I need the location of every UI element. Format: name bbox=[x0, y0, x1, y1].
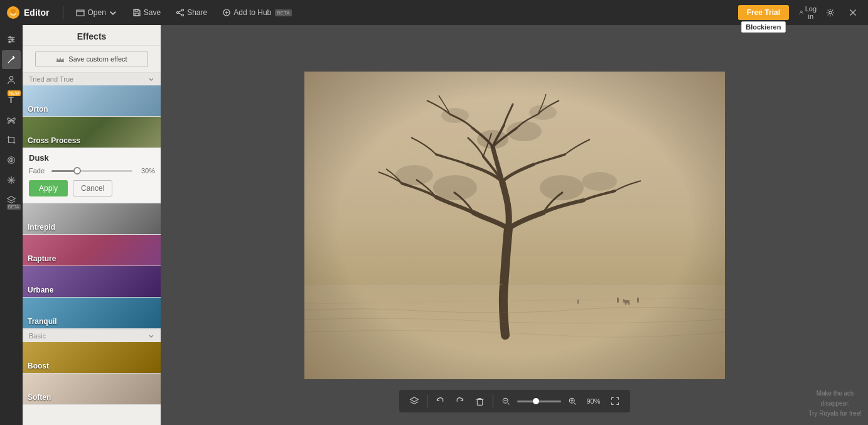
beta-badge: BETA bbox=[275, 9, 291, 16]
effect-item-intrepid[interactable]: Intrepid bbox=[23, 203, 161, 235]
zoom-in-icon bbox=[568, 397, 577, 406]
snow-icon-btn[interactable] bbox=[2, 171, 21, 190]
share-button[interactable]: Share bbox=[171, 6, 212, 19]
svg-rect-56 bbox=[304, 72, 725, 379]
icon-bar: T NEW BETA bbox=[0, 25, 23, 425]
beta-badge-icon: BETA bbox=[7, 204, 21, 210]
svg-line-23 bbox=[8, 58, 12, 63]
portrait-icon-btn[interactable] bbox=[2, 70, 21, 89]
fit-icon bbox=[611, 397, 619, 406]
orton-label: Orton bbox=[28, 105, 48, 114]
intrepid-label: Intrepid bbox=[28, 223, 55, 232]
crop-icon-btn[interactable] bbox=[2, 131, 21, 149]
svg-line-9 bbox=[179, 13, 182, 15]
svg-point-30 bbox=[11, 159, 11, 160]
effect-item-crossprocess[interactable]: Cross Process bbox=[23, 117, 161, 148]
dusk-expanded-section: Dusk Fade 30% Apply Cancel bbox=[23, 148, 161, 203]
text-icon-btn[interactable]: T NEW bbox=[2, 90, 21, 109]
delete-button[interactable] bbox=[471, 392, 489, 410]
cancel-button[interactable]: Cancel bbox=[73, 180, 112, 196]
app-logo: Editor bbox=[6, 6, 49, 19]
tranquil-label: Tranquil bbox=[28, 317, 57, 326]
svg-point-20 bbox=[9, 36, 11, 38]
portrait-icon bbox=[6, 75, 16, 85]
zoom-in-button[interactable] bbox=[564, 392, 581, 410]
logo-icon bbox=[6, 6, 20, 19]
chevron-down-icon bbox=[109, 8, 117, 17]
ad-line3: Try Royals for free! bbox=[808, 409, 862, 419]
adjust-icon-btn[interactable] bbox=[2, 30, 21, 49]
category-basic[interactable]: Basic bbox=[23, 329, 161, 342]
toolbar-divider-1 bbox=[427, 395, 427, 407]
svg-point-2 bbox=[11, 9, 16, 14]
undo-icon bbox=[435, 396, 445, 406]
svg-rect-4 bbox=[135, 9, 138, 11]
free-trial-button[interactable]: Free Trial Blockieren bbox=[738, 5, 789, 20]
svg-marker-57 bbox=[410, 397, 417, 402]
layers-button[interactable] bbox=[405, 392, 423, 410]
svg-point-7 bbox=[182, 14, 184, 16]
effect-item-orton[interactable]: Orton bbox=[23, 85, 161, 117]
open-button[interactable]: Open bbox=[71, 6, 122, 19]
apply-button[interactable]: Apply bbox=[29, 180, 68, 196]
ad-line2: disappear. bbox=[808, 399, 862, 409]
close-icon bbox=[849, 9, 857, 16]
butterfly-icon-btn[interactable] bbox=[2, 110, 21, 129]
butterfly-icon bbox=[6, 115, 16, 125]
dusk-actions: Apply Cancel bbox=[29, 180, 154, 196]
effect-item-urbane[interactable]: Urbane bbox=[23, 266, 161, 298]
crossprocess-label: Cross Process bbox=[28, 136, 80, 145]
zoom-percentage: 90% bbox=[584, 397, 604, 405]
blockieren-tooltip: Blockieren bbox=[741, 21, 785, 33]
svg-point-21 bbox=[11, 39, 13, 41]
category-tried-and-true[interactable]: Tried and True bbox=[23, 72, 161, 85]
magic-wand-icon-btn[interactable] bbox=[2, 50, 21, 69]
effect-item-rapture[interactable]: Rapture bbox=[23, 235, 161, 266]
redo-button[interactable] bbox=[451, 392, 469, 410]
add-to-hub-button[interactable]: Add to Hub BETA bbox=[217, 6, 296, 19]
settings-button[interactable] bbox=[822, 4, 839, 21]
effect-item-boost[interactable]: Boost bbox=[23, 342, 161, 374]
topbar-right-actions: Log in bbox=[799, 4, 862, 21]
fit-screen-button[interactable] bbox=[606, 392, 624, 410]
fade-percent: 30% bbox=[137, 167, 155, 175]
ad-area: Make the ads disappear. Try Royals for f… bbox=[808, 389, 862, 419]
svg-rect-58 bbox=[477, 399, 482, 405]
save-button[interactable]: Save bbox=[127, 6, 166, 19]
texture-icon bbox=[6, 155, 16, 165]
dusk-title: Dusk bbox=[29, 153, 154, 163]
chevron-icon bbox=[148, 76, 154, 82]
text-icon: T bbox=[8, 95, 14, 105]
boost-label: Boost bbox=[28, 362, 49, 370]
bottom-toolbar: 90% bbox=[399, 390, 630, 412]
urbane-label: Urbane bbox=[28, 286, 53, 294]
open-icon bbox=[76, 8, 85, 17]
topbar: Editor Open Save Share Add to Hub BETA F… bbox=[0, 0, 868, 25]
beta-icon-btn[interactable]: BETA bbox=[2, 191, 21, 210]
toolbar-divider-2 bbox=[493, 395, 493, 407]
app-name: Editor bbox=[24, 8, 49, 18]
save-icon bbox=[132, 8, 141, 17]
gear-icon bbox=[826, 8, 835, 17]
close-button[interactable] bbox=[844, 4, 862, 21]
zoom-slider[interactable] bbox=[517, 401, 561, 402]
fade-slider[interactable] bbox=[51, 170, 132, 172]
undo-button[interactable] bbox=[431, 392, 449, 410]
main-area: T NEW BETA Effects Save custom effect bbox=[0, 25, 868, 425]
svg-point-5 bbox=[182, 9, 184, 11]
effect-item-tranquil[interactable]: Tranquil bbox=[23, 298, 161, 329]
texture-icon-btn[interactable] bbox=[2, 151, 21, 169]
effects-list: Tried and True Orton Cross Process Dusk … bbox=[23, 72, 161, 425]
save-custom-effect-button[interactable]: Save custom effect bbox=[35, 51, 148, 67]
svg-point-27 bbox=[9, 77, 13, 80]
layers-toolbar-icon bbox=[409, 396, 419, 406]
zoom-out-button[interactable] bbox=[497, 392, 515, 410]
dusk-fade-row: Fade 30% bbox=[29, 166, 154, 175]
rapture-label: Rapture bbox=[28, 254, 56, 263]
topbar-separator bbox=[63, 6, 63, 19]
share-icon bbox=[176, 8, 185, 17]
crown-icon bbox=[56, 56, 65, 63]
tree-svg bbox=[304, 72, 725, 379]
login-button[interactable]: Log in bbox=[799, 4, 817, 21]
effect-item-soften[interactable]: Soften bbox=[23, 374, 161, 405]
